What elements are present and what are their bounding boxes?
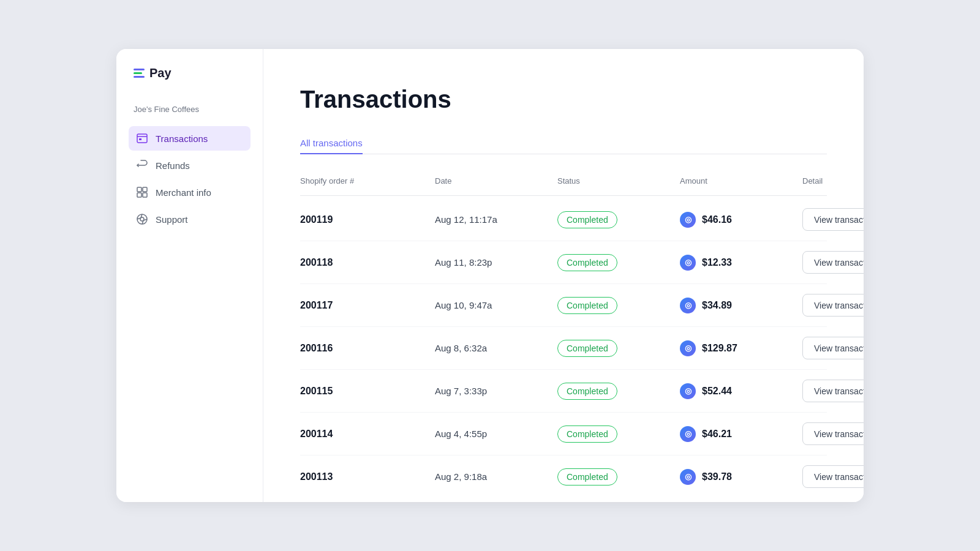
amount-cell: ◎ $46.21 [680, 426, 802, 442]
amount-value: $12.33 [702, 257, 732, 268]
order-number: 200114 [300, 429, 435, 440]
logo-icon [134, 69, 145, 78]
date-cell: Aug 8, 6:32a [435, 343, 557, 353]
sidebar-item-refunds[interactable]: Refunds [129, 153, 251, 178]
view-transaction-button[interactable]: View transaction [802, 208, 864, 231]
date-cell: Aug 12, 11:17a [435, 214, 557, 225]
table-row: 200119 Aug 12, 11:17a Completed ◎ $46.16… [300, 198, 827, 241]
amount-value: $34.89 [702, 300, 732, 311]
order-number: 200119 [300, 214, 435, 225]
logo-bar-middle [134, 72, 142, 74]
view-transaction-button[interactable]: View transaction [802, 294, 864, 317]
detail-cell: View transaction [802, 465, 864, 488]
status-cell: Completed [557, 468, 680, 485]
view-transaction-label: View transaction [814, 258, 864, 268]
amount-icon: ◎ [680, 298, 696, 313]
status-cell: Completed [557, 425, 680, 443]
amount-icon: ◎ [680, 426, 696, 442]
date-cell: Aug 4, 4:55p [435, 429, 557, 439]
tab-all-transactions[interactable]: All transactions [300, 133, 363, 154]
status-badge: Completed [557, 468, 617, 485]
sidebar-item-merchant-info-label: Merchant info [156, 187, 211, 198]
status-badge: Completed [557, 254, 617, 271]
refunds-icon [136, 159, 148, 171]
amount-icon: ◎ [680, 255, 696, 271]
amount-value: $46.21 [702, 429, 732, 440]
table-row: 200114 Aug 4, 4:55p Completed ◎ $46.21 V… [300, 413, 827, 455]
svg-rect-2 [139, 138, 141, 140]
logo-text: Pay [149, 66, 172, 80]
svg-rect-5 [137, 193, 141, 197]
view-transaction-label: View transaction [814, 343, 864, 353]
svg-point-8 [140, 217, 144, 221]
view-transaction-label: View transaction [814, 301, 864, 310]
order-number: 200115 [300, 386, 435, 397]
merchant-info-icon [136, 186, 148, 198]
view-transaction-button[interactable]: View transaction [802, 422, 864, 445]
amount-icon: ◎ [680, 212, 696, 228]
amount-icon: ◎ [680, 340, 696, 356]
svg-rect-3 [137, 187, 141, 192]
order-number: 200118 [300, 257, 435, 268]
amount-value: $46.16 [702, 214, 732, 225]
logo-area: Pay [129, 66, 251, 80]
sidebar-item-support[interactable]: Support [129, 207, 251, 231]
status-badge: Completed [557, 211, 617, 228]
svg-rect-6 [143, 193, 147, 197]
sidebar-item-refunds-label: Refunds [156, 160, 190, 171]
date-cell: Aug 2, 9:18a [435, 471, 557, 482]
tabs-container: All transactions [300, 133, 827, 154]
view-transaction-button[interactable]: View transaction [802, 337, 864, 359]
page-title: Transactions [300, 86, 827, 113]
sidebar: Pay Joe's Fine Coffees Transactions [116, 49, 263, 502]
detail-cell: View transaction [802, 208, 864, 231]
amount-icon-symbol: ◎ [685, 258, 692, 266]
amount-icon-symbol: ◎ [685, 430, 692, 438]
sidebar-nav: Transactions Refunds [129, 126, 251, 234]
amount-icon: ◎ [680, 469, 696, 485]
logo-bar-bottom [134, 76, 145, 78]
support-icon [136, 213, 148, 225]
detail-cell: View transaction [802, 380, 864, 402]
table-row: 200116 Aug 8, 6:32a Completed ◎ $129.87 … [300, 327, 827, 370]
status-badge: Completed [557, 383, 617, 400]
table-row: 200115 Aug 7, 3:33p Completed ◎ $52.44 V… [300, 370, 827, 413]
amount-cell: ◎ $46.16 [680, 212, 802, 228]
table-row: 200117 Aug 10, 9:47a Completed ◎ $34.89 … [300, 284, 827, 327]
amount-cell: ◎ $39.78 [680, 469, 802, 485]
amount-icon: ◎ [680, 383, 696, 399]
sidebar-item-support-label: Support [156, 214, 188, 225]
sidebar-item-transactions-label: Transactions [156, 133, 208, 144]
order-number: 200113 [300, 471, 435, 482]
table-row: 200113 Aug 2, 9:18a Completed ◎ $39.78 V… [300, 455, 827, 498]
logo-bar-top [134, 69, 145, 70]
amount-cell: ◎ $52.44 [680, 383, 802, 399]
view-transaction-button[interactable]: View transaction [802, 251, 864, 274]
status-badge: Completed [557, 297, 617, 314]
detail-cell: View transaction [802, 337, 864, 359]
app-container: Pay Joe's Fine Coffees Transactions [116, 49, 864, 502]
sidebar-item-merchant-info[interactable]: Merchant info [129, 180, 251, 204]
date-cell: Aug 7, 3:33p [435, 386, 557, 396]
amount-value: $52.44 [702, 386, 732, 397]
amount-icon-symbol: ◎ [685, 344, 692, 352]
svg-rect-4 [143, 187, 147, 192]
view-transaction-button[interactable]: View transaction [802, 380, 864, 402]
status-cell: Completed [557, 383, 680, 400]
status-cell: Completed [557, 297, 680, 314]
amount-icon-symbol: ◎ [685, 387, 692, 395]
amount-cell: ◎ $12.33 [680, 255, 802, 271]
view-transaction-label: View transaction [814, 429, 864, 439]
svg-point-7 [137, 214, 147, 224]
view-transaction-button[interactable]: View transaction [802, 465, 864, 488]
order-number: 200117 [300, 300, 435, 311]
amount-cell: ◎ $129.87 [680, 340, 802, 356]
detail-cell: View transaction [802, 294, 864, 317]
view-transaction-label: View transaction [814, 386, 864, 396]
detail-cell: View transaction [802, 422, 864, 445]
amount-value: $39.78 [702, 471, 732, 482]
amount-cell: ◎ $34.89 [680, 298, 802, 313]
svg-rect-0 [137, 134, 147, 143]
sidebar-item-transactions[interactable]: Transactions [129, 126, 251, 151]
amount-icon-symbol: ◎ [685, 301, 692, 309]
